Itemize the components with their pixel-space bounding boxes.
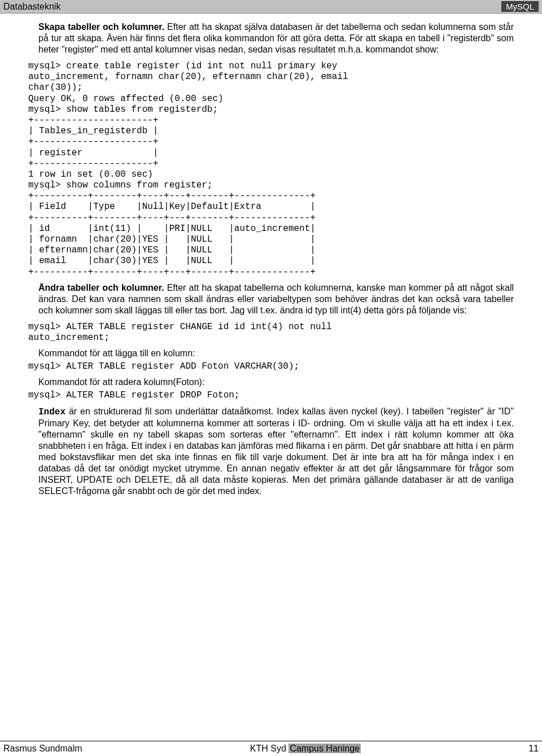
page-footer: Rasmus Sundmalm KTH Syd Campus Haninge 1… — [0, 744, 542, 754]
code-block-create-show: mysql> create table register (id int not… — [28, 61, 514, 278]
footer-center-plain: KTH Syd — [250, 744, 289, 753]
code-block-drop-column: mysql> ALTER TABLE register DROP Foton; — [28, 390, 514, 401]
paragraph-alter-tables: Ändra tabeller och kolumner. Efter att h… — [38, 282, 514, 316]
code-block-add-column: mysql> ALTER TABLE register ADD Foton VA… — [28, 361, 514, 372]
header-right: MySQL — [501, 1, 539, 12]
footer-institution: KTH Syd Campus Haninge — [82, 744, 529, 754]
footer-page-number: 11 — [528, 744, 539, 754]
footer-divider — [0, 741, 542, 741]
footer-center-highlight: Campus Haninge — [289, 744, 361, 753]
paragraph-index: Index är en strukturerad fil som underlä… — [38, 406, 514, 497]
code-block-alter-change: mysql> ALTER TABLE register CHANGE id id… — [28, 322, 514, 343]
page-content: Skapa tabeller och kolumner. Efter att h… — [0, 14, 542, 497]
section-title-index: Index — [38, 407, 65, 417]
footer-author: Rasmus Sundmalm — [3, 744, 82, 754]
section-title-create: Skapa tabeller och kolumner. — [38, 22, 164, 32]
header-left: Databasteknik — [3, 2, 60, 12]
page-header: Databasteknik MySQL — [0, 0, 542, 14]
paragraph-add-column: Kommandot för att lägga till en kolumn: — [38, 348, 514, 359]
section-body-index: är en strukturerad fil som underlättar d… — [38, 407, 514, 496]
paragraph-create-tables: Skapa tabeller och kolumner. Efter att h… — [38, 21, 514, 55]
paragraph-drop-column: Kommandot för att radera kolumn(Foton): — [38, 377, 514, 388]
section-title-alter: Ändra tabeller och kolumner. — [38, 283, 164, 292]
